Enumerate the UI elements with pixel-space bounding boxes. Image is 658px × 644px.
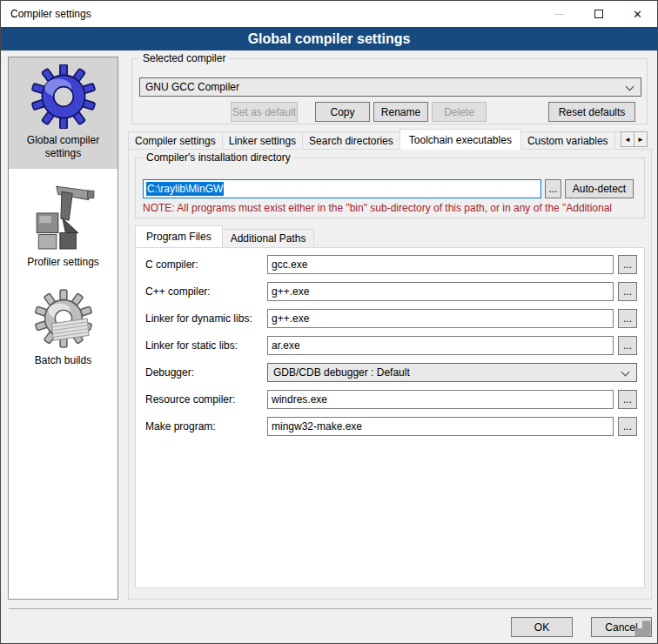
tab-compiler-settings[interactable]: Compiler settings	[128, 131, 223, 150]
form-row-cpp-compiler: C++ compiler: ...	[145, 282, 641, 301]
resource-compiler-input[interactable]	[267, 390, 614, 409]
sidebar-item-label: Profiler settings	[27, 256, 99, 269]
sidebar-item-batch-builds[interactable]: Batch builds	[9, 281, 118, 376]
maximize-button[interactable]	[579, 1, 618, 27]
page-title: Global compiler settings	[248, 31, 411, 47]
sidebar-item-profiler-settings[interactable]: Profiler settings	[9, 172, 118, 278]
form-row-static-linker: Linker for static libs: ...	[145, 336, 641, 355]
right-arrow-icon: ►	[637, 136, 644, 144]
make-program-input[interactable]	[267, 417, 614, 436]
close-button[interactable]: ✕	[618, 1, 657, 27]
tab-scroll-left-button[interactable]: ◄	[621, 131, 634, 147]
program-files-page: C compiler: ... C++ compiler: ... Linker…	[135, 247, 645, 588]
resource-compiler-browse-button[interactable]: ...	[618, 390, 637, 409]
form-row-debugger: Debugger: GDB/CDB debugger : Default	[145, 363, 641, 382]
profiler-caliper-icon	[31, 179, 96, 251]
copy-button[interactable]: Copy	[315, 102, 370, 122]
selected-compiler-group-label: Selected compiler	[139, 52, 229, 64]
debugger-select[interactable]: GDB/CDB debugger : Default	[267, 363, 637, 382]
resource-compiler-label: Resource compiler:	[145, 390, 235, 409]
form-row-dynamic-linker: Linker for dynamic libs: ...	[145, 309, 641, 328]
batch-builds-gear-icon	[33, 288, 94, 349]
rename-button[interactable]: Rename	[373, 102, 428, 122]
sidebar-item-label: Global compiler settings	[12, 134, 114, 160]
make-program-browse-button[interactable]: ...	[618, 417, 637, 436]
chevron-down-icon	[626, 83, 634, 91]
tab-linker-settings[interactable]: Linker settings	[222, 131, 303, 150]
sidebar-item-global-compiler-settings[interactable]: Global compiler settings	[9, 57, 118, 169]
footer-divider	[9, 608, 652, 609]
auto-detect-button[interactable]: Auto-detect	[565, 179, 634, 198]
form-row-c-compiler: C compiler: ...	[145, 255, 641, 274]
paths-tab-strip: Program Files Additional Paths	[135, 229, 313, 247]
installation-directory-group-label: Compiler's installation directory	[143, 151, 294, 164]
title-bar: Compiler settings ✕	[1, 1, 657, 27]
bin-subdirectory-note: NOTE: All programs must exist either in …	[143, 202, 642, 214]
selected-compiler-group: Selected compiler GNU GCC Compiler Set a…	[131, 58, 648, 124]
window-controls: ✕	[540, 1, 657, 27]
compiler-gear-blue-icon	[31, 64, 96, 129]
compiler-settings-dialog: Compiler settings ✕ Global compiler sett…	[0, 0, 658, 644]
sidebar-item-label: Batch builds	[35, 354, 91, 367]
installation-directory-input[interactable]: C:\raylib\MinGW	[143, 179, 541, 198]
tab-custom-variables[interactable]: Custom variables	[520, 131, 615, 150]
compiler-select[interactable]: GNU GCC Compiler	[139, 77, 641, 97]
dynamic-linker-label: Linker for dynamic libs:	[145, 309, 252, 328]
c-compiler-label: C compiler:	[145, 255, 198, 274]
settings-category-list: Global compiler settings Profiler settin…	[8, 57, 118, 600]
delete-button[interactable]: Delete	[432, 102, 487, 122]
minimize-icon	[554, 14, 564, 15]
tab-additional-paths[interactable]: Additional Paths	[222, 229, 315, 247]
tab-program-files[interactable]: Program Files	[135, 225, 223, 247]
dynamic-linker-input[interactable]	[267, 309, 614, 328]
static-linker-label: Linker for static libs:	[145, 336, 238, 355]
set-as-default-button[interactable]: Set as default	[231, 102, 298, 122]
form-row-make-program: Make program: ...	[145, 417, 641, 436]
cancel-button[interactable]: Cancel	[591, 617, 652, 637]
static-linker-browse-button[interactable]: ...	[618, 336, 637, 355]
resize-grip[interactable]	[634, 620, 643, 629]
settings-tab-strip: Compiler settings Linker settings Search…	[128, 131, 643, 150]
reset-defaults-button[interactable]: Reset defaults	[548, 102, 635, 122]
debugger-select-value: GDB/CDB debugger : Default	[273, 366, 410, 379]
cpp-compiler-label: C++ compiler:	[145, 282, 211, 301]
ok-button[interactable]: OK	[511, 617, 573, 637]
maximize-icon	[594, 10, 603, 18]
tab-search-directories[interactable]: Search directories	[302, 131, 400, 150]
compiler-select-value: GNU GCC Compiler	[145, 81, 239, 93]
c-compiler-browse-button[interactable]: ...	[618, 255, 637, 274]
chevron-down-icon	[621, 368, 630, 377]
tab-toolchain-executables[interactable]: Toolchain executables	[400, 129, 521, 150]
directory-browse-button[interactable]: ...	[545, 179, 561, 198]
c-compiler-input[interactable]	[267, 255, 614, 274]
close-icon: ✕	[633, 9, 642, 20]
dialog-header: Global compiler settings	[1, 27, 657, 50]
static-linker-input[interactable]	[267, 336, 614, 355]
cpp-compiler-browse-button[interactable]: ...	[618, 282, 637, 301]
cpp-compiler-input[interactable]	[267, 282, 614, 301]
make-program-label: Make program:	[145, 417, 216, 436]
debugger-label: Debugger:	[145, 363, 194, 382]
minimize-button[interactable]	[540, 1, 579, 27]
left-arrow-icon: ◄	[624, 136, 631, 144]
installation-directory-value: C:\raylib\MinGW	[146, 182, 224, 196]
window-title: Compiler settings	[1, 8, 91, 20]
tab-scroll-right-button[interactable]: ►	[634, 131, 648, 147]
form-row-resource-compiler: Resource compiler: ...	[145, 390, 641, 409]
installation-directory-group: Compiler's installation directory C:\ray…	[135, 158, 645, 218]
tab-scroll-controls: ◄ ►	[621, 131, 648, 147]
dynamic-linker-browse-button[interactable]: ...	[618, 309, 637, 328]
